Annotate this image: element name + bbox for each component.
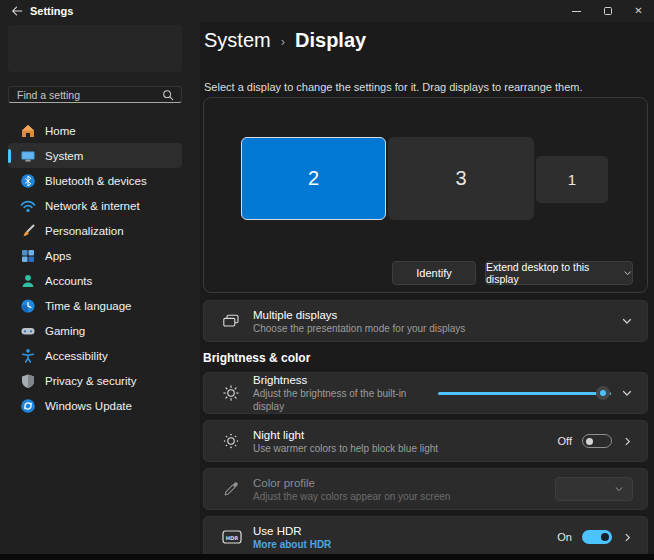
monitor-2-number: 2 [308,167,319,190]
use-hdr-row[interactable]: HDR Use HDR More about HDR On [203,516,648,558]
display-arrangement-panel: 2 3 1 Identify Extend desktop to this di… [203,97,648,293]
night-light-title: Night light [253,428,558,442]
brightness-row[interactable]: Brightness Adjust the brightness of the … [203,372,648,414]
sidebar-item-home[interactable]: Home [8,118,182,143]
svg-text:HDR: HDR [226,535,239,541]
sidebar-item-label: Bluetooth & devices [45,175,147,187]
brightness-sun-icon [222,384,253,402]
chevron-right-icon[interactable] [622,532,633,543]
personalization-brush-icon [20,223,36,239]
multiple-displays-subtitle: Choose the presentation mode for your di… [253,322,621,335]
sidebar-item-privacy-security[interactable]: Privacy & security [8,368,182,393]
chevron-down-icon[interactable] [621,315,633,327]
identify-button[interactable]: Identify [392,261,476,285]
sidebar-item-label: Gaming [45,325,85,337]
brightness-subtitle: Adjust the brightness of the built-in di… [253,387,438,413]
multiple-displays-row[interactable]: Multiple displays Choose the presentatio… [203,300,648,342]
monitor-3[interactable]: 3 [388,137,534,220]
breadcrumb-system[interactable]: System [204,29,271,52]
hdr-state-label: On [557,531,572,543]
hdr-toggle[interactable] [582,530,612,544]
system-icon [20,148,36,164]
display-mode-dropdown[interactable]: Extend desktop to this display [485,261,633,285]
content-pane: System › Display Select a display to cha… [200,22,654,560]
sidebar-item-gaming[interactable]: Gaming [8,318,182,343]
multiple-displays-icon [222,312,253,330]
back-button[interactable] [8,3,26,19]
maximize-button[interactable] [592,0,623,22]
app-title: Settings [30,0,73,22]
account-panel [8,25,182,72]
sidebar-item-label: Personalization [45,225,124,237]
sidebar-item-system[interactable]: System [8,143,182,168]
sidebar-item-label: Home [45,125,76,137]
brightness-slider-track[interactable] [438,392,611,395]
color-profile-eyedropper-icon [222,480,253,498]
sidebar: Home System Bluetooth & devices Network … [0,22,200,560]
section-header-brightness-color: Brightness & color [203,351,310,365]
maximize-icon [604,7,612,15]
sidebar-item-personalization[interactable]: Personalization [8,218,182,243]
search-box[interactable] [8,86,182,103]
brightness-slider[interactable] [438,386,611,400]
page-description: Select a display to change the settings … [204,81,582,93]
home-icon [20,123,36,139]
search-icon [162,89,174,101]
multiple-displays-title: Multiple displays [253,308,621,322]
sidebar-item-label: Accounts [45,275,92,287]
window-bottom-edge [0,554,654,560]
sidebar-nav: Home System Bluetooth & devices Network … [8,118,182,418]
search-input[interactable] [9,89,162,101]
chevron-down-icon [614,484,624,494]
network-wifi-icon [20,198,36,214]
monitor-2[interactable]: 2 [241,137,386,220]
monitor-1-number: 1 [568,171,576,188]
sidebar-item-network-internet[interactable]: Network & internet [8,193,182,218]
gaming-controller-icon [20,323,36,339]
sidebar-item-label: Privacy & security [45,375,136,387]
color-profile-dropdown [555,477,633,501]
more-about-hdr-link[interactable]: More about HDR [253,538,557,551]
accounts-person-icon [20,273,36,289]
minimize-button[interactable] [561,0,592,22]
minimize-icon [572,11,581,12]
night-light-row[interactable]: Night light Use warmer colors to help bl… [203,420,648,462]
night-light-state-label: Off [558,435,572,447]
color-profile-subtitle: Adjust the way colors appear on your scr… [253,490,555,503]
sidebar-item-label: Apps [45,250,71,262]
sidebar-item-label: Time & language [45,300,132,312]
color-profile-title: Color profile [253,476,555,490]
monitor-1[interactable]: 1 [536,156,608,203]
brightness-slider-thumb[interactable] [596,386,610,400]
titlebar: Settings ✕ [0,0,654,22]
sidebar-item-label: Windows Update [45,400,132,412]
accessibility-person-icon [20,348,36,364]
back-arrow-icon [10,4,24,18]
chevron-right-icon[interactable] [622,436,633,447]
sidebar-item-label: System [45,150,83,162]
settings-window: Settings ✕ Home System [0,0,654,560]
time-language-clock-icon [20,298,36,314]
color-profile-row: Color profile Adjust the way colors appe… [203,468,648,510]
windows-update-icon [20,398,36,414]
close-button[interactable]: ✕ [623,0,654,22]
bluetooth-icon [20,173,36,189]
breadcrumb-separator-icon: › [281,34,285,49]
monitor-3-number: 3 [455,167,466,190]
chevron-down-icon[interactable] [621,387,633,399]
night-light-toggle[interactable] [582,434,612,448]
page-title: Display [295,29,366,52]
sidebar-item-time-language[interactable]: Time & language [8,293,182,318]
identify-button-label: Identify [416,267,451,279]
sidebar-item-accessibility[interactable]: Accessibility [8,343,182,368]
chevron-down-icon [623,268,632,278]
hdr-badge-icon: HDR [222,530,253,544]
sidebar-item-bluetooth-devices[interactable]: Bluetooth & devices [8,168,182,193]
sidebar-item-accounts[interactable]: Accounts [8,268,182,293]
use-hdr-title: Use HDR [253,524,557,538]
close-icon: ✕ [634,6,642,16]
sidebar-item-windows-update[interactable]: Windows Update [8,393,182,418]
sidebar-item-label: Network & internet [45,200,140,212]
apps-grid-icon [20,248,36,264]
sidebar-item-apps[interactable]: Apps [8,243,182,268]
